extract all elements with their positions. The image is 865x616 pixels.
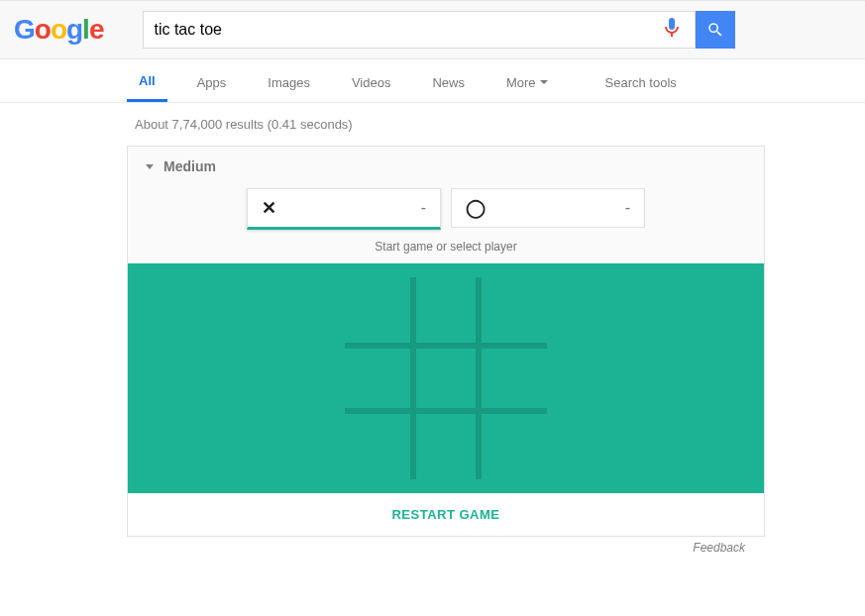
player-row: ✕ - ◯ -: [128, 180, 764, 240]
cell-0-2[interactable]: [482, 277, 547, 343]
search-tools[interactable]: Search tools: [594, 61, 689, 101]
cell-1-1[interactable]: [413, 346, 479, 411]
tab-all[interactable]: All: [127, 59, 167, 102]
difficulty-selector[interactable]: Medium: [128, 147, 764, 180]
search-box[interactable]: [143, 11, 696, 49]
tabs-row: All Apps Images Videos News More Search …: [0, 59, 865, 103]
restart-button[interactable]: RESTART GAME: [128, 493, 764, 536]
cell-1-2[interactable]: [482, 346, 547, 411]
tictactoe-card: Medium ✕ - ◯ - Start game or select play…: [127, 146, 765, 537]
cell-0-1[interactable]: [413, 277, 479, 343]
tab-apps[interactable]: Apps: [185, 61, 239, 101]
header-bar: Google: [0, 0, 865, 59]
cell-2-0[interactable]: [345, 414, 410, 479]
cell-1-0[interactable]: [345, 346, 410, 411]
x-mark-icon: ✕: [262, 197, 276, 219]
o-mark-icon: ◯: [466, 197, 486, 219]
cell-2-2[interactable]: [482, 414, 547, 479]
caret-down-icon: [146, 164, 154, 169]
mic-icon[interactable]: [659, 18, 685, 42]
feedback-link[interactable]: Feedback: [127, 537, 745, 555]
results-stats: About 7,74,000 results (0.41 seconds): [135, 117, 865, 132]
player-o-score: -: [625, 199, 630, 217]
player-o-box[interactable]: ◯ -: [451, 188, 645, 228]
game-board: [345, 277, 547, 479]
search-icon: [706, 21, 724, 39]
google-logo[interactable]: Google: [14, 14, 103, 46]
search-form: [143, 11, 735, 49]
search-input[interactable]: [154, 21, 659, 39]
tab-images[interactable]: Images: [256, 61, 322, 101]
player-x-box[interactable]: ✕ -: [247, 188, 441, 230]
board-area: [128, 263, 764, 493]
tab-videos[interactable]: Videos: [340, 61, 403, 101]
search-button[interactable]: [696, 11, 735, 49]
tab-more[interactable]: More: [494, 61, 560, 101]
tab-news[interactable]: News: [420, 61, 477, 101]
caret-down-icon: [540, 80, 548, 84]
cell-0-0[interactable]: [345, 277, 410, 343]
start-hint: Start game or select player: [128, 240, 764, 263]
difficulty-label: Medium: [163, 158, 216, 174]
player-x-score: -: [421, 199, 426, 217]
cell-2-1[interactable]: [413, 414, 479, 479]
